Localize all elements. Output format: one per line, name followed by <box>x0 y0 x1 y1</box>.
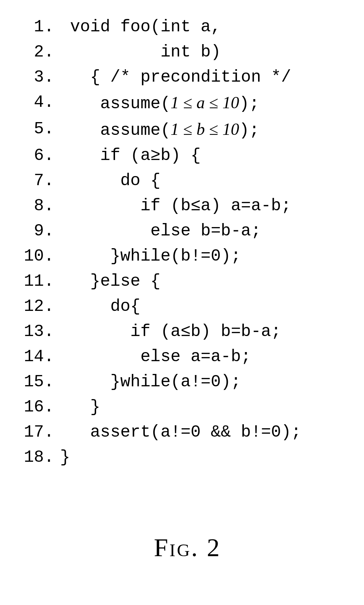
line-number: 18. <box>22 445 60 470</box>
code-line: 9. else b=b-a; <box>22 219 353 244</box>
line-number: 2. <box>22 40 60 65</box>
code-text: } <box>60 395 100 420</box>
code-pre: assume( <box>60 121 171 140</box>
code-pre: } <box>60 448 70 467</box>
code-text: { /* precondition */ <box>60 65 291 90</box>
code-line: 11. }else { <box>22 269 353 294</box>
code-line: 13. if (a≤b) b=b-a; <box>22 319 353 344</box>
code-pre: }while(a!=0); <box>60 372 241 391</box>
code-text: if (a≤b) b=b-a; <box>60 319 281 344</box>
line-number: 1. <box>22 15 60 40</box>
code-text: assert(a!=0 && b!=0); <box>60 420 301 445</box>
code-line: 8. if (b≤a) a=a-b; <box>22 194 353 219</box>
code-pre: { /* precondition */ <box>60 68 291 87</box>
math-expression: 1 ≤ a ≤ 10 <box>171 93 240 112</box>
code-pre: }else { <box>60 272 161 291</box>
code-pre: else a=a-b; <box>60 347 251 366</box>
code-line: 5. assume(1 ≤ b ≤ 10); <box>22 117 353 143</box>
code-line: 6. if (a≥b) { <box>22 143 353 168</box>
code-line: 4. assume(1 ≤ a ≤ 10); <box>22 90 353 117</box>
code-line: 18.} <box>22 445 353 470</box>
code-line: 14. else a=a-b; <box>22 344 353 370</box>
code-text: else b=b-a; <box>60 219 261 244</box>
code-text: else a=a-b; <box>60 344 251 370</box>
code-text: if (b≤a) a=a-b; <box>60 194 291 219</box>
line-number: 4. <box>22 90 60 117</box>
code-line: 3. { /* precondition */ <box>22 65 353 90</box>
code-post: ); <box>239 121 259 140</box>
code-figure: 1. void foo(int a,2. int b)3. { /* preco… <box>0 0 364 567</box>
code-line: 2. int b) <box>22 40 353 65</box>
code-text: }else { <box>60 269 161 294</box>
code-text: do { <box>60 168 161 194</box>
line-number: 11. <box>22 269 60 294</box>
line-number: 17. <box>22 420 60 445</box>
caption-number: 2 <box>207 534 221 562</box>
code-pre: void foo(int a, <box>60 17 221 36</box>
code-text: assume(1 ≤ a ≤ 10); <box>60 90 259 117</box>
line-number: 14. <box>22 344 60 370</box>
code-pre: }while(b!=0); <box>60 247 241 266</box>
math-expression: 1 ≤ b ≤ 10 <box>171 120 240 138</box>
code-text: assume(1 ≤ b ≤ 10); <box>60 117 259 143</box>
code-line: 1. void foo(int a, <box>22 15 353 40</box>
code-pre: do { <box>60 171 161 190</box>
line-number: 9. <box>22 219 60 244</box>
code-line: 10. }while(b!=0); <box>22 244 353 269</box>
code-line: 15. }while(a!=0); <box>22 370 353 395</box>
code-line: 16. } <box>22 395 353 420</box>
line-number: 6. <box>22 143 60 168</box>
code-post: ); <box>239 94 259 113</box>
code-pre: assert(a!=0 && b!=0); <box>60 423 301 442</box>
code-pre: if (a≤b) b=b-a; <box>60 322 281 341</box>
code-pre: } <box>60 398 100 417</box>
code-text: int b) <box>60 40 221 65</box>
line-number: 3. <box>22 65 60 90</box>
line-number: 15. <box>22 370 60 395</box>
code-text: } <box>60 445 70 470</box>
line-number: 5. <box>22 117 60 143</box>
line-number: 13. <box>22 319 60 344</box>
line-number: 12. <box>22 294 60 319</box>
code-pre: assume( <box>60 94 171 113</box>
code-line: 17. assert(a!=0 && b!=0); <box>22 420 353 445</box>
code-text: do{ <box>60 294 141 319</box>
code-pre: if (a≥b) { <box>60 146 201 165</box>
code-line: 12. do{ <box>22 294 353 319</box>
code-text: }while(b!=0); <box>60 244 241 269</box>
code-listing: 1. void foo(int a,2. int b)3. { /* preco… <box>22 15 353 470</box>
line-number: 7. <box>22 168 60 194</box>
code-pre: int b) <box>60 43 221 62</box>
figure-caption: Fig. 2 <box>22 528 353 567</box>
line-number: 8. <box>22 194 60 219</box>
line-number: 10. <box>22 244 60 269</box>
code-text: if (a≥b) { <box>60 143 201 168</box>
code-pre: if (b≤a) a=a-b; <box>60 196 291 215</box>
line-number: 16. <box>22 395 60 420</box>
code-text: }while(a!=0); <box>60 370 241 395</box>
code-pre: else b=b-a; <box>60 222 261 241</box>
code-pre: do{ <box>60 297 141 316</box>
code-line: 7. do { <box>22 168 353 194</box>
caption-prefix: Fig. <box>154 534 207 562</box>
code-text: void foo(int a, <box>60 15 221 40</box>
